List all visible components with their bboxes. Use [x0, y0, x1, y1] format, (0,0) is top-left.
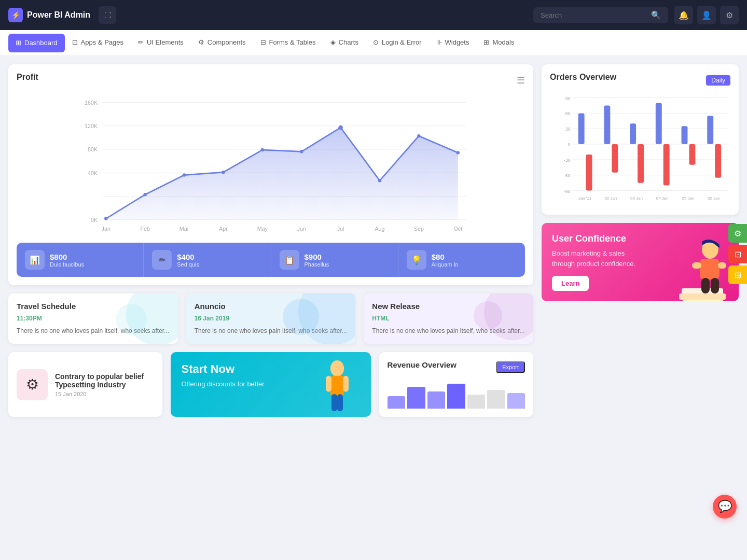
brand: ⚡ Power BI Admin [8, 8, 90, 22]
svg-rect-54 [612, 144, 618, 173]
svg-rect-33 [326, 376, 331, 392]
nav-modals[interactable]: ⊞ Modals [476, 30, 521, 56]
promo-card: Start Now Offering discounts for better [171, 352, 370, 417]
nav-forms-icon: ⊟ [260, 38, 266, 46]
nav-forms-tables[interactable]: ⊟ Forms & Tables [253, 30, 323, 56]
uc-description: Boost marketing & sales through product … [552, 248, 645, 269]
sidebar-green-btn[interactable]: ⚙ [728, 224, 747, 243]
svg-text:May: May [257, 226, 268, 232]
svg-text:05 Jan: 05 Jan [682, 196, 695, 201]
promo-figure [319, 360, 361, 417]
svg-rect-32 [330, 376, 343, 396]
second-bottom-row: ⚙ Contrary to popular belief Typesetting… [8, 352, 533, 417]
rev-bar-1 [407, 387, 425, 409]
nav-login-label: Login & Error [382, 38, 422, 46]
stat-amount-1: $400 [177, 253, 199, 261]
orders-bar-chart-svg: 90 60 30 0 -30 -60 -90 [550, 92, 730, 206]
fullscreen-button[interactable]: ⛶ [99, 6, 116, 24]
info-cards-row: Travel Schedule 11:30PM There is no one … [8, 293, 533, 344]
svg-text:90: 90 [565, 96, 571, 101]
svg-rect-74 [692, 262, 701, 269]
orders-title: Orders Overview [550, 73, 616, 82]
stat-item-1: ✏ $400 Sed quis [144, 243, 271, 277]
stat-item-2: 📋 $900 Phasellus [271, 243, 398, 277]
svg-text:0: 0 [568, 142, 571, 147]
svg-text:-30: -30 [564, 158, 571, 163]
svg-text:120K: 120K [85, 123, 98, 129]
nav-apps-pages[interactable]: ⊡ Apps & Pages [65, 30, 131, 56]
orders-card: Orders Overview Daily 90 60 30 [542, 64, 739, 215]
svg-point-30 [457, 151, 460, 154]
svg-rect-76 [701, 278, 710, 293]
settings-button[interactable]: ⚙ [720, 6, 739, 24]
svg-text:Oct: Oct [453, 226, 462, 232]
orders-chart-container: 90 60 30 0 -30 -60 -90 [550, 92, 730, 206]
nav-widgets[interactable]: ⊪ Widgets [429, 30, 477, 56]
nav-login-error[interactable]: ⊙ Login & Error [366, 30, 429, 56]
rev-bar-4 [467, 395, 486, 409]
rev-bar-6 [507, 393, 525, 409]
stat-item-3: 💡 $80 Aliquam In [398, 243, 525, 277]
stat-item-0: 📊 $800 Duis faucibus [17, 243, 144, 277]
nav-apps-label: Apps & Pages [81, 38, 123, 46]
svg-rect-36 [337, 394, 343, 411]
rev-bar-0 [388, 396, 406, 409]
learn-button[interactable]: Learn [552, 276, 589, 291]
svg-rect-77 [711, 278, 719, 293]
news-info: Contrary to popular belief Typesetting I… [55, 372, 154, 397]
nav-components[interactable]: ⚙ Components [191, 30, 253, 56]
nav-dashboard[interactable]: ⊞ Dashboard [8, 34, 65, 52]
nav-ui-elements[interactable]: ✏ UI Elements [131, 30, 191, 56]
nav-ui-icon: ✏ [138, 38, 144, 46]
stat-text-3: $80 Aliquam In [432, 253, 459, 268]
user-confidence-card: User Confidence Boost marketing & sales … [542, 223, 739, 301]
svg-rect-53 [604, 105, 610, 144]
profit-card: Profit ☰ 160K 120K 80K 40K 0K [8, 64, 533, 285]
svg-text:04 Jan: 04 Jan [656, 196, 669, 201]
stat-text-1: $400 Sed quis [177, 253, 199, 268]
stats-row: 📊 $800 Duis faucibus ✏ $400 Sed quis 📋 [17, 243, 525, 277]
news-title: Contrary to popular belief Typesetting I… [55, 372, 154, 389]
profit-menu-button[interactable]: ☰ [517, 75, 525, 86]
notification-button[interactable]: 🔔 [674, 6, 693, 24]
right-column: Orders Overview Daily 90 60 30 [542, 64, 739, 417]
left-column: Profit ☰ 160K 120K 80K 40K 0K [8, 64, 533, 417]
svg-point-28 [378, 179, 381, 182]
stat-label-3: Aliquam In [432, 261, 459, 268]
nav-comp-icon: ⚙ [198, 38, 204, 46]
svg-text:Jun: Jun [297, 226, 306, 232]
search-bar: 🔍 [533, 7, 668, 23]
nav-widgets-label: Widgets [445, 38, 469, 46]
svg-rect-56 [638, 144, 644, 183]
svg-rect-61 [707, 116, 713, 144]
nav-widgets-icon: ⊪ [436, 38, 442, 46]
svg-text:160K: 160K [85, 100, 98, 106]
svg-rect-34 [343, 376, 349, 392]
svg-rect-60 [689, 144, 695, 165]
travel-schedule-card: Travel Schedule 11:30PM There is no one … [8, 293, 178, 344]
svg-text:03 Jan: 03 Jan [630, 196, 643, 201]
export-button[interactable]: Export [496, 361, 525, 373]
user-button[interactable]: 👤 [697, 6, 716, 24]
sidebar-red-btn[interactable]: ⊡ [728, 245, 747, 263]
svg-text:06 Jan: 06 Jan [708, 196, 720, 201]
search-input[interactable] [541, 11, 647, 19]
nav-forms-label: Forms & Tables [269, 38, 316, 46]
svg-text:30: 30 [565, 127, 571, 132]
svg-text:02 Jan: 02 Jan [604, 196, 617, 201]
orders-header: Orders Overview Daily [550, 73, 730, 88]
stat-text-2: $900 Phasellus [305, 253, 329, 268]
nav-charts[interactable]: ◈ Charts [323, 30, 366, 56]
stat-label-2: Phasellus [305, 261, 329, 268]
sidebar-yellow-btn[interactable]: ⊞ [728, 265, 747, 284]
svg-point-29 [417, 134, 420, 137]
revenue-card: Revenue Overview Export [379, 352, 533, 417]
nav-ui-label: UI Elements [147, 38, 184, 46]
stat-label-1: Sed quis [177, 261, 199, 268]
svg-text:0K: 0K [91, 217, 98, 223]
stat-icon-1: ✏ [152, 250, 172, 270]
rev-bar-3 [447, 384, 465, 409]
news-date: 15 Jan 2020 [55, 391, 154, 397]
svg-rect-52 [586, 155, 592, 191]
news-card: ⚙ Contrary to popular belief Typesetting… [8, 352, 162, 417]
